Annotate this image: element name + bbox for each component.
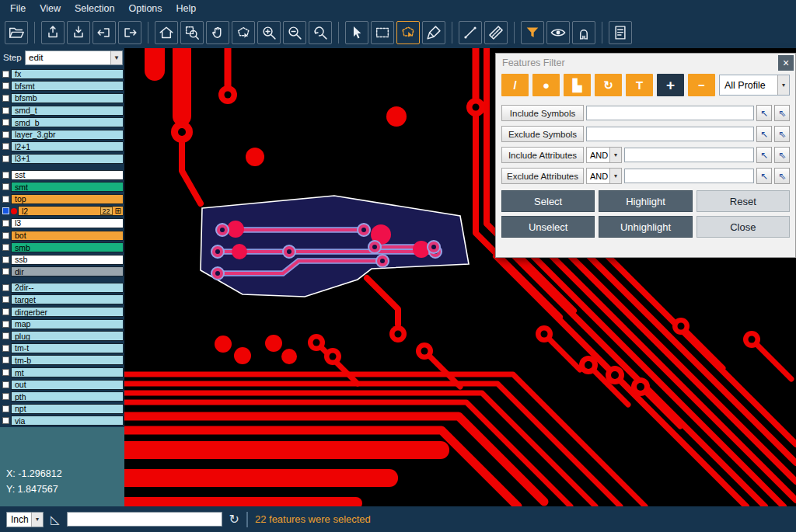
poly-select-button[interactable] bbox=[396, 21, 420, 44]
exclude-symbols-pick-single-button[interactable]: ↖ bbox=[756, 126, 772, 142]
layer-row-out[interactable]: out bbox=[1, 379, 124, 391]
layer-visibility-checkbox[interactable] bbox=[2, 207, 9, 214]
view-eye-button[interactable] bbox=[546, 21, 570, 44]
layer-visibility-checkbox[interactable] bbox=[2, 417, 9, 424]
select-cursor-button[interactable] bbox=[345, 21, 368, 44]
layer-row-mt[interactable]: mt bbox=[1, 367, 124, 378]
layer-chip[interactable]: smb bbox=[11, 242, 124, 252]
layer-row-pth[interactable]: pth bbox=[1, 391, 124, 402]
layer-visibility-checkbox[interactable] bbox=[2, 393, 9, 400]
layer-chip[interactable]: target bbox=[11, 294, 124, 304]
step-select[interactable]: edit ▼ bbox=[25, 50, 123, 65]
chevron-down-icon[interactable]: ▼ bbox=[110, 51, 122, 64]
layer-chip[interactable]: layer_3.gbr bbox=[11, 130, 124, 140]
include-symbols-pick-multi-button[interactable]: ⇖ bbox=[774, 105, 790, 121]
layer-row-smd_b[interactable]: smd_b bbox=[1, 116, 124, 128]
unhighlight-button[interactable]: Unhighlight bbox=[599, 216, 692, 238]
layer-row-2dir--[interactable]: 2dir-- bbox=[1, 282, 124, 294]
layer-row-plug[interactable]: plug bbox=[1, 330, 124, 342]
layer-visibility-checkbox[interactable] bbox=[2, 256, 9, 263]
layer-visibility-checkbox[interactable] bbox=[2, 321, 9, 328]
report-list-button[interactable] bbox=[609, 21, 632, 44]
layer-chip[interactable]: plug bbox=[11, 331, 124, 341]
layer-chip[interactable]: bfsmb bbox=[11, 93, 124, 103]
layer-row-dir[interactable]: dir bbox=[1, 266, 124, 278]
layer-visibility-checkbox[interactable] bbox=[2, 183, 9, 190]
layer-visibility-checkbox[interactable] bbox=[2, 119, 9, 126]
layer-chip[interactable]: dirgerber bbox=[11, 307, 124, 317]
exclude-symbols-input[interactable] bbox=[586, 127, 754, 141]
tool-line-button[interactable]: / bbox=[501, 74, 529, 96]
layer-chip[interactable]: map bbox=[11, 319, 124, 329]
layer-chip[interactable]: bot bbox=[11, 231, 124, 241]
layer-row-target[interactable]: target bbox=[1, 294, 124, 306]
chevron-down-icon[interactable]: ▾ bbox=[609, 148, 621, 162]
snap-magnet-button[interactable] bbox=[572, 21, 595, 44]
include-attributes-pick-single-button[interactable]: ↖ bbox=[756, 147, 772, 163]
layer-chip[interactable]: 2dir-- bbox=[11, 283, 124, 293]
layer-chip[interactable]: l3+1 bbox=[11, 154, 124, 164]
exclude-symbols-pick-multi-button[interactable]: ⇖ bbox=[774, 126, 790, 142]
layer-grid-icon[interactable]: ⊞ bbox=[115, 207, 121, 216]
remove-filter-button[interactable]: − bbox=[688, 74, 715, 96]
zoom-reset-button[interactable] bbox=[309, 21, 332, 44]
unit-select[interactable]: Inch ▾ bbox=[6, 512, 44, 527]
layer-visibility-checkbox[interactable] bbox=[2, 155, 9, 162]
include-attributes-pick-multi-button[interactable]: ⇖ bbox=[774, 147, 790, 163]
layer-row-l3[interactable]: l3 bbox=[1, 217, 124, 229]
select-button[interactable]: Select bbox=[501, 190, 595, 212]
layer-visibility-checkbox[interactable] bbox=[2, 232, 9, 239]
layer-visibility-checkbox[interactable] bbox=[2, 405, 9, 412]
layer-visibility-checkbox[interactable] bbox=[2, 345, 9, 352]
layer-row-l2+1[interactable]: l2+1 bbox=[1, 141, 124, 153]
rect-select-button[interactable] bbox=[371, 21, 394, 44]
dialog-title[interactable]: Features Filter bbox=[496, 54, 795, 72]
profile-select[interactable]: All Profile▾ bbox=[719, 75, 790, 96]
layer-chip[interactable]: ssb bbox=[11, 255, 124, 265]
layer-chip[interactable]: l3 bbox=[11, 218, 124, 228]
zoom-area-button[interactable] bbox=[180, 21, 204, 44]
include-symbols-pick-single-button[interactable]: ↖ bbox=[756, 105, 772, 121]
layer-visibility-checkbox[interactable] bbox=[2, 131, 9, 138]
layer-row-smt[interactable]: smt bbox=[1, 181, 124, 193]
menu-options[interactable]: Options bbox=[121, 3, 169, 14]
exclude-attributes-button[interactable]: Exclude Attributes bbox=[501, 168, 584, 184]
chevron-down-icon[interactable]: ▾ bbox=[777, 75, 789, 95]
include-attributes-input[interactable] bbox=[624, 148, 754, 162]
chevron-down-icon[interactable]: ▾ bbox=[609, 169, 621, 183]
home-button[interactable] bbox=[155, 21, 178, 44]
layer-chip[interactable]: via bbox=[11, 416, 124, 426]
tool-text-button[interactable]: T bbox=[626, 74, 653, 96]
layer-row-tm-t[interactable]: tm-t bbox=[1, 342, 124, 354]
layer-visibility-checkbox[interactable] bbox=[2, 296, 9, 303]
tool-surface-button[interactable]: ▙ bbox=[564, 74, 591, 96]
layer-row-dirgerber[interactable]: dirgerber bbox=[1, 306, 124, 318]
menu-help[interactable]: Help bbox=[169, 3, 204, 14]
layer-visibility-checkbox[interactable] bbox=[2, 196, 9, 203]
layer-row-npt[interactable]: npt bbox=[1, 403, 124, 415]
layer-chip[interactable]: npt bbox=[11, 404, 124, 414]
open-folder-button[interactable] bbox=[5, 21, 28, 44]
layer-visibility-checkbox[interactable] bbox=[2, 143, 9, 150]
layer-visibility-checkbox[interactable] bbox=[2, 268, 9, 275]
layer-visibility-checkbox[interactable] bbox=[2, 381, 9, 388]
layer-chip[interactable]: top bbox=[11, 194, 124, 204]
include-symbols-input[interactable] bbox=[586, 106, 754, 120]
add-filter-button[interactable]: + bbox=[657, 74, 684, 96]
layer-row-map[interactable]: map bbox=[1, 318, 124, 330]
import-left-button[interactable] bbox=[93, 21, 116, 44]
zoom-out-button[interactable] bbox=[283, 21, 306, 44]
menu-selection[interactable]: Selection bbox=[68, 3, 121, 14]
layer-row-tm-b[interactable]: tm-b bbox=[1, 355, 124, 367]
layer-visibility-checkbox[interactable] bbox=[2, 284, 9, 291]
layer-visibility-checkbox[interactable] bbox=[2, 82, 9, 89]
zoom-in-button[interactable] bbox=[257, 21, 281, 44]
layer-row-ssb[interactable]: ssb bbox=[1, 254, 124, 266]
chevron-down-icon[interactable]: ▾ bbox=[31, 513, 43, 527]
reset-button[interactable]: Reset bbox=[696, 190, 790, 212]
layer-row-smd_t[interactable]: smd_t bbox=[1, 105, 124, 116]
layer-row-bot[interactable]: bot bbox=[1, 230, 124, 242]
layer-visibility-checkbox[interactable] bbox=[2, 220, 9, 227]
unselect-button[interactable]: Unselect bbox=[501, 216, 595, 238]
export-right-button[interactable] bbox=[118, 21, 141, 44]
